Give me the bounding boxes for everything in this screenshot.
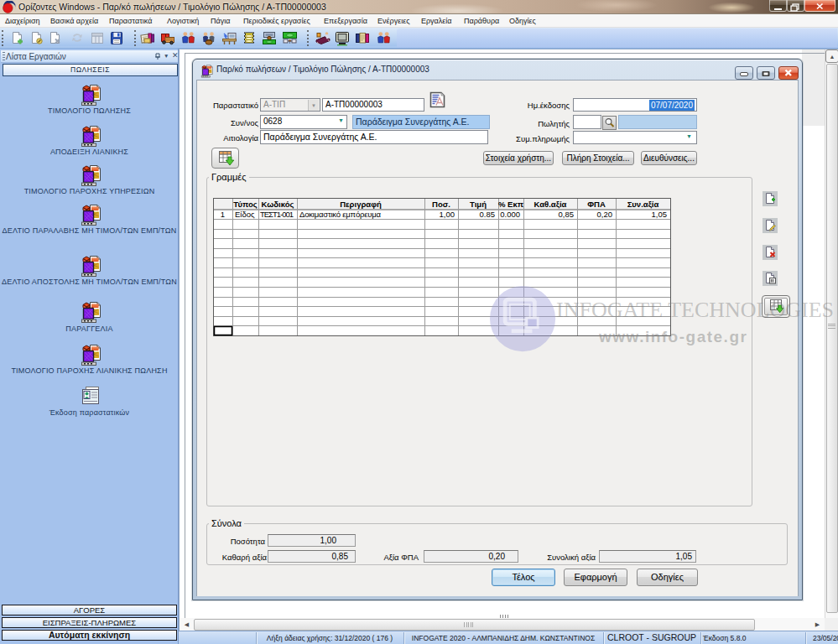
svg-text:% Εκπ: % Εκπ: [498, 200, 524, 209]
svg-text:Καθ.αξία: Καθ.αξία: [534, 200, 567, 209]
svg-text:ΦΠΑ: ΦΠΑ: [587, 200, 606, 209]
svg-text:0,85: 0,85: [559, 210, 575, 219]
svg-text:Κωδικός: Κωδικός: [262, 200, 294, 209]
svg-text:0.000: 0.000: [500, 210, 520, 219]
svg-text:Συν.αξία: Συν.αξία: [627, 200, 659, 209]
svg-text:Τιμή: Τιμή: [470, 200, 487, 209]
svg-text:1,05: 1,05: [652, 210, 668, 219]
svg-text:Περιγραφή: Περιγραφή: [340, 200, 382, 209]
svg-text:Τύπος: Τύπος: [233, 200, 257, 209]
svg-text:1: 1: [221, 210, 225, 219]
svg-text:Ποσ.: Ποσ.: [432, 200, 450, 209]
svg-text:Είδος: Είδος: [235, 210, 255, 219]
svg-text:0.85: 0.85: [480, 210, 496, 219]
svg-text:ΤΕΣΤ1-001: ΤΕΣΤ1-001: [260, 210, 294, 219]
svg-text:1,00: 1,00: [440, 210, 455, 219]
svg-text:0,20: 0,20: [597, 210, 613, 219]
svg-text:Δοκιμαστικό εμπόρευμα: Δοκιμαστικό εμπόρευμα: [299, 210, 382, 219]
